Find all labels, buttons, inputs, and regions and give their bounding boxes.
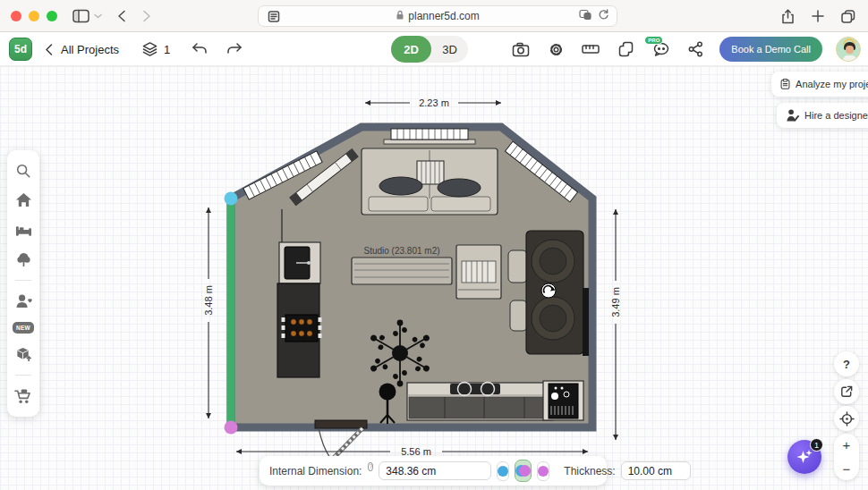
- kitchen-sink-unit[interactable]: [279, 242, 320, 283]
- book-demo-button[interactable]: Book a Demo Call: [719, 37, 822, 62]
- tab-overview-icon[interactable]: [838, 5, 859, 27]
- layers-count: 1: [164, 43, 170, 56]
- blue-magenta-dots: [515, 465, 531, 477]
- blue-dot: [498, 466, 508, 477]
- browser-chrome: planner5d.com: [0, 0, 868, 32]
- app-toolbar: 5d All Projects 1 2D 3D: [0, 32, 868, 66]
- plants-icon[interactable]: [14, 250, 32, 268]
- magenta-dot: [538, 466, 549, 477]
- wall-color-swatch-magenta[interactable]: [537, 461, 549, 481]
- address-bar[interactable]: planner5d.com: [258, 5, 617, 27]
- wall-color-swatch-both[interactable]: [515, 460, 532, 482]
- dimension-right: 3.49 m: [610, 287, 621, 317]
- import-model-icon[interactable]: [14, 345, 32, 363]
- help-glyph: ?: [843, 358, 850, 371]
- wall-color-swatch-blue[interactable]: [497, 461, 509, 481]
- floor-plan[interactable]: Studio (23.801 m2): [0, 66, 868, 490]
- planner5d-app: planner5d.com 5: [0, 0, 868, 490]
- tools-divider: [15, 375, 31, 376]
- chair-1[interactable]: [508, 250, 527, 283]
- planner5d-logo[interactable]: 5d: [9, 38, 32, 61]
- sofa-bench[interactable]: [352, 258, 452, 284]
- corner-handle-top[interactable]: [225, 192, 238, 206]
- plan-canvas[interactable]: Studio (23.801 m2): [0, 66, 868, 490]
- analyze-project-button[interactable]: Analyze my project: [771, 72, 868, 97]
- sparkle-icon: [795, 447, 814, 467]
- mode-3d-button[interactable]: 3D: [431, 43, 468, 56]
- internal-dimension-input[interactable]: [379, 461, 491, 480]
- chair-2[interactable]: [510, 300, 527, 331]
- armchair[interactable]: [456, 245, 501, 299]
- corner-handle-bottom[interactable]: [225, 421, 238, 435]
- door[interactable]: [315, 420, 367, 460]
- ruler-icon[interactable]: [580, 38, 601, 60]
- favorites-icon[interactable]: [14, 292, 32, 310]
- view-mode-toggle: 2D 3D: [391, 36, 468, 63]
- back-chevron-icon[interactable]: [41, 38, 55, 60]
- minimize-window-button[interactable]: [29, 11, 39, 21]
- sidebar-toggle-icon[interactable]: [70, 5, 91, 27]
- new-tab-icon[interactable]: [807, 5, 829, 27]
- oven-unit[interactable]: [543, 381, 583, 420]
- kitchen-counter-left[interactable]: [277, 283, 322, 377]
- thickness-input[interactable]: [621, 461, 691, 480]
- layers-icon[interactable]: [139, 38, 160, 60]
- kitchen-counter-bottom[interactable]: [407, 383, 553, 421]
- window-top[interactable]: [384, 129, 475, 144]
- reader-icon[interactable]: [266, 5, 282, 27]
- wall-properties-bar: Internal Dimension: ? Thickness:: [260, 456, 607, 486]
- mode-2d-button[interactable]: 2D: [391, 36, 431, 63]
- furniture-icon[interactable]: [14, 221, 32, 239]
- recenter-button[interactable]: [834, 406, 859, 431]
- browser-back-icon[interactable]: [111, 5, 132, 27]
- room-label: Studio (23.801 m2): [363, 246, 439, 256]
- ai-assistant-button[interactable]: 1: [787, 440, 821, 474]
- browser-forward-icon[interactable]: [136, 5, 157, 27]
- search-icon[interactable]: [14, 162, 32, 180]
- dimension-top: 2.23 m: [419, 97, 449, 108]
- undo-icon[interactable]: [188, 38, 209, 60]
- ai-notification-badge: 1: [810, 438, 823, 452]
- new-items-badge[interactable]: NEW: [13, 322, 34, 334]
- share-icon[interactable]: [777, 5, 798, 27]
- all-projects-link[interactable]: All Projects: [61, 43, 119, 56]
- home-icon[interactable]: [14, 191, 32, 209]
- window-controls: [11, 11, 57, 21]
- chevron-down-icon[interactable]: [91, 5, 104, 27]
- lock-icon: [396, 8, 404, 24]
- user-avatar[interactable]: [836, 37, 861, 62]
- export-button[interactable]: [834, 379, 859, 404]
- tools-divider: [15, 280, 31, 281]
- snapshot-camera-icon[interactable]: [510, 38, 532, 60]
- analyze-project-label: Analyze my project: [796, 79, 868, 89]
- redo-icon[interactable]: [224, 38, 245, 60]
- sofa-large[interactable]: [362, 148, 498, 215]
- zoom-out-button[interactable]: −: [843, 462, 851, 476]
- info-tooltip-icon[interactable]: ?: [368, 462, 373, 471]
- share-project-icon[interactable]: [685, 38, 706, 60]
- dimension-left: 3.48 m: [203, 285, 214, 316]
- reload-icon[interactable]: [598, 8, 609, 24]
- hire-designer-label: Hire a designer: [804, 110, 868, 121]
- tools-panel: NEW: [7, 150, 39, 417]
- zoom-controls: + −: [834, 434, 859, 480]
- help-button[interactable]: ?: [834, 351, 859, 376]
- internal-dimension-label: Internal Dimension:: [269, 465, 362, 477]
- copy-project-icon[interactable]: [615, 38, 636, 60]
- close-window-button[interactable]: [11, 11, 21, 21]
- hire-designer-button[interactable]: Hire a designer: [777, 103, 868, 128]
- thickness-label: Thickness:: [564, 465, 615, 477]
- store-icon[interactable]: [14, 387, 32, 405]
- rotate-cursor-icon: [541, 283, 556, 298]
- settings-gear-icon[interactable]: [545, 38, 566, 60]
- extensions-icon[interactable]: [579, 8, 592, 24]
- pro-badge: PRO: [644, 36, 663, 45]
- fullscreen-window-button[interactable]: [47, 11, 57, 21]
- zoom-in-button[interactable]: +: [843, 438, 851, 452]
- url-text: planner5d.com: [408, 10, 479, 22]
- wall-radiator-right[interactable]: [583, 288, 589, 356]
- assistant-chat-icon[interactable]: PRO: [650, 38, 671, 60]
